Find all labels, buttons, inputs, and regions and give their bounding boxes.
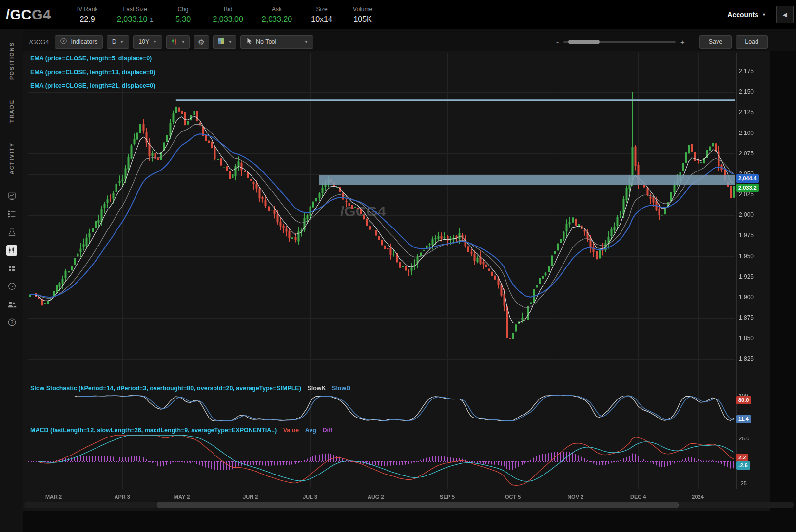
stochastic-label: Slow Stochastic (kPeriod=14, dPeriod=3, … bbox=[30, 385, 301, 392]
stat-label: Bid bbox=[224, 6, 232, 13]
header: /GCG4 IV Rank22.9Last Size2,033.101Chg5.… bbox=[0, 0, 796, 29]
header-stat: Ask2,033.20 bbox=[262, 6, 292, 24]
stoch-current-badge: 11.4 bbox=[736, 415, 751, 423]
header-stat: Bid2,033.00 bbox=[213, 6, 243, 24]
zoom-slider-thumb[interactable] bbox=[568, 40, 600, 44]
stat-label: Chg bbox=[178, 6, 189, 13]
slowd-label: SlowD bbox=[332, 385, 350, 392]
slowk-label: SlowK bbox=[307, 385, 326, 392]
app-root: /GCG4 IV Rank22.9Last Size2,033.101Chg5.… bbox=[0, 0, 796, 532]
stat-value: 5.30 bbox=[175, 15, 191, 24]
symbol-title: /GCG4 bbox=[6, 7, 63, 23]
cursor-icon bbox=[246, 38, 252, 46]
ema-5-label[interactable]: EMA (price=CLOSE, length=5, displace=0) bbox=[30, 54, 155, 63]
tool-label: No Tool bbox=[256, 38, 276, 45]
stochastic-legend[interactable]: Slow Stochastic (kPeriod=14, dPeriod=3, … bbox=[30, 385, 350, 392]
zoom-out-button[interactable]: - bbox=[556, 38, 559, 46]
chart-toolbar: /GCG4 Indicators D ▼ 10Y ▼ ▼ ⚙ ▼ bbox=[23, 29, 796, 51]
chart-style-dropdown[interactable]: ▼ bbox=[166, 35, 190, 49]
grid-apps-icon[interactable] bbox=[6, 263, 17, 274]
ema-21-label[interactable]: EMA (price=CLOSE, length=21, displace=0) bbox=[30, 81, 155, 91]
scanner-flask-icon[interactable] bbox=[6, 227, 17, 238]
scrollbar-thumb[interactable] bbox=[157, 502, 679, 508]
candlestick-icon bbox=[171, 38, 178, 47]
stat-extra: 1 bbox=[150, 16, 153, 23]
stat-value: 22.9 bbox=[79, 15, 95, 24]
chevron-down-icon: ▼ bbox=[304, 39, 308, 44]
header-stat: Chg5.30 bbox=[172, 6, 194, 24]
chevron-down-icon: ▼ bbox=[153, 39, 156, 44]
price-chart-canvas[interactable] bbox=[23, 51, 796, 532]
left-sidebar: POSITIONS TRADE ACTIVITY bbox=[0, 29, 23, 532]
chart-settings-button[interactable]: ⚙ bbox=[194, 35, 209, 49]
timeframe-dropdown[interactable]: D ▼ bbox=[107, 35, 129, 49]
stat-label: IV Rank bbox=[77, 6, 98, 13]
stat-value: 2,033.00 bbox=[213, 15, 243, 24]
macd-diff-label: Diff bbox=[322, 427, 332, 434]
chevron-left-icon: ◀ bbox=[782, 11, 787, 18]
price-level-badge: 2,044.4 bbox=[736, 174, 759, 183]
macd-avg-label: Avg bbox=[305, 427, 316, 434]
timeframe-value: D bbox=[112, 38, 116, 45]
ema-13-label[interactable]: EMA (price=CLOSE, length=13, displace=0) bbox=[30, 67, 155, 77]
sidebar-tab-activity[interactable]: ACTIVITY bbox=[9, 142, 15, 174]
indicators-label: Indicators bbox=[71, 38, 97, 45]
horizontal-scrollbar[interactable] bbox=[24, 502, 794, 508]
sidebar-icons: ? bbox=[6, 191, 17, 328]
last-price-badge: 2,033.2 bbox=[736, 184, 759, 192]
drawing-tool-dropdown[interactable]: No Tool ▼ bbox=[240, 35, 313, 49]
chevron-down-icon: ▼ bbox=[181, 39, 185, 44]
stat-value: 10x14 bbox=[311, 15, 332, 24]
stat-label: Ask bbox=[272, 6, 282, 13]
svg-text:?: ? bbox=[10, 320, 13, 325]
macd-label: MACD (fastLength=12, slowLength=26, macd… bbox=[30, 427, 277, 434]
toolbar-symbol: /GCG4 bbox=[29, 38, 49, 46]
header-stat: Size10x14 bbox=[311, 6, 333, 24]
monitor-chart-icon[interactable] bbox=[6, 191, 17, 202]
stat-value: 2,033.101 bbox=[117, 15, 154, 24]
chart-panel: /GCG4 Indicators D ▼ 10Y ▼ ▼ ⚙ ▼ bbox=[23, 29, 796, 532]
gear-icon: ⚙ bbox=[198, 38, 204, 46]
header-stat: Volume105K bbox=[351, 6, 374, 24]
chart-area: EMA (price=CLOSE, length=5, displace=0) … bbox=[23, 51, 796, 532]
save-button[interactable]: Save bbox=[699, 35, 732, 49]
range-value: 10Y bbox=[138, 38, 149, 45]
stat-label: Size bbox=[316, 6, 327, 13]
symbol-suffix: G4 bbox=[32, 7, 51, 22]
macd-value-badge: 2.2 bbox=[736, 454, 748, 462]
chevron-down-icon: ▼ bbox=[228, 39, 232, 44]
help-icon[interactable]: ? bbox=[6, 317, 17, 328]
macd-legend[interactable]: MACD (fastLength=12, slowLength=26, macd… bbox=[30, 427, 332, 434]
history-clock-icon[interactable] bbox=[6, 281, 17, 292]
study-legend-ema: EMA (price=CLOSE, length=5, displace=0) … bbox=[30, 54, 155, 95]
charts-icon-active[interactable] bbox=[6, 245, 17, 256]
collapse-panel-button[interactable]: ◀ bbox=[776, 6, 794, 23]
zoom-in-button[interactable]: + bbox=[680, 38, 685, 46]
layout-grid-icon bbox=[217, 38, 225, 46]
header-stat: IV Rank22.9 bbox=[76, 6, 98, 24]
accounts-label: Accounts bbox=[727, 11, 758, 19]
layout-dropdown[interactable]: ▼ bbox=[213, 35, 236, 49]
macd-value-label: Value bbox=[283, 427, 299, 434]
range-dropdown[interactable]: 10Y ▼ bbox=[133, 35, 162, 49]
header-stat: Last Size2,033.101 bbox=[117, 6, 154, 24]
stat-value: 2,033.20 bbox=[262, 15, 292, 24]
stat-value: 105K bbox=[353, 15, 371, 24]
stat-label: Volume bbox=[353, 6, 372, 13]
header-stats: IV Rank22.9Last Size2,033.101Chg5.30Bid2… bbox=[76, 6, 374, 24]
sidebar-tab-positions[interactable]: POSITIONS bbox=[9, 42, 15, 80]
chevron-down-icon: ▼ bbox=[120, 39, 124, 44]
sidebar-tab-trade[interactable]: TRADE bbox=[9, 99, 15, 123]
gauge-icon bbox=[60, 38, 67, 46]
chevron-down-icon: ▼ bbox=[762, 12, 766, 17]
community-people-icon[interactable] bbox=[6, 299, 17, 310]
stat-label: Last Size bbox=[123, 6, 147, 13]
macd-avg-badge: -2.6 bbox=[736, 461, 750, 470]
zoom-slider[interactable] bbox=[563, 41, 676, 43]
stoch-overbought-badge: 80.0 bbox=[736, 396, 751, 404]
indicators-button[interactable]: Indicators bbox=[55, 35, 102, 49]
accounts-menu[interactable]: Accounts ▼ bbox=[727, 11, 766, 19]
load-button[interactable]: Load bbox=[736, 35, 768, 49]
watchlist-icon[interactable] bbox=[6, 209, 17, 220]
zoom-control: - + bbox=[556, 38, 685, 46]
